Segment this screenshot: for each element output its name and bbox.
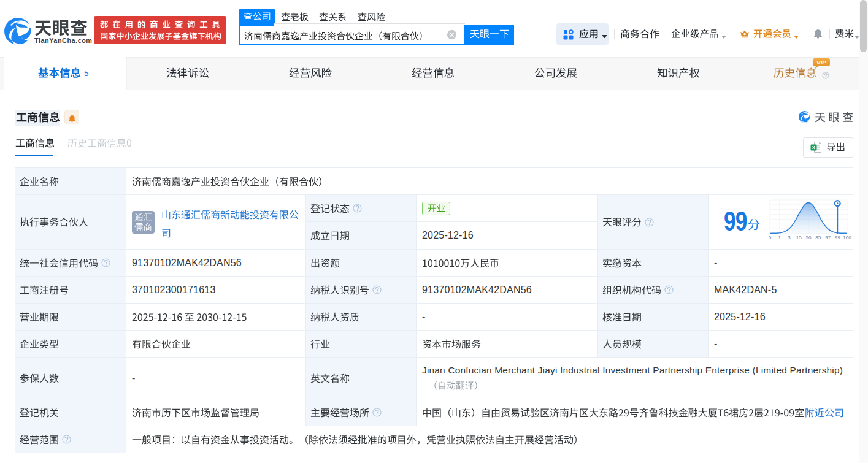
svg-text:1: 1 bbox=[778, 235, 782, 240]
svg-text:0: 0 bbox=[769, 235, 772, 240]
svg-text:VIP: VIP bbox=[816, 59, 826, 66]
svg-text:100: 100 bbox=[843, 235, 851, 240]
svg-text:50: 50 bbox=[806, 235, 812, 240]
svg-text:3: 3 bbox=[788, 235, 791, 240]
svg-text:99: 99 bbox=[835, 235, 840, 240]
svg-text:15: 15 bbox=[796, 235, 802, 240]
svg-text:85: 85 bbox=[815, 235, 821, 240]
svg-text:97: 97 bbox=[825, 235, 831, 240]
